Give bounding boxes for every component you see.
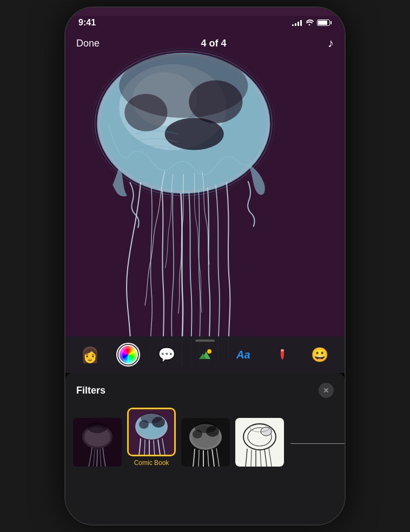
top-nav: Done 4 of 4 ♪ — [65, 31, 345, 55]
filter-thumb-original — [73, 418, 122, 467]
svg-rect-18 — [281, 349, 284, 351]
filter-item-original[interactable] — [73, 418, 122, 467]
music-button[interactable]: ♪ — [328, 36, 334, 50]
svg-point-34 — [195, 422, 216, 433]
signal-icon — [292, 19, 302, 26]
filter-thumb-comic — [127, 408, 176, 456]
text-button[interactable]: Aa — [232, 343, 255, 367]
svg-point-15 — [207, 349, 211, 354]
filter-item-sketch[interactable] — [235, 418, 284, 467]
avatar-button[interactable]: 👩 — [78, 343, 102, 367]
photo-counter: 4 of 4 — [201, 38, 227, 49]
mountain-icon — [197, 348, 213, 361]
battery-icon — [317, 19, 332, 26]
phone-frame: 9:41 Done — [64, 6, 346, 526]
filter-item-noir[interactable] — [181, 418, 230, 467]
main-photo[interactable] — [65, 8, 345, 373]
status-bar: 9:41 — [65, 8, 345, 31]
drag-handle — [195, 340, 215, 342]
svg-point-38 — [261, 427, 272, 436]
filter-label-comic: Comic Book — [134, 459, 169, 467]
filters-header: Filters ✕ — [65, 373, 345, 403]
svg-point-8 — [165, 118, 224, 150]
status-icons — [292, 18, 332, 27]
callout-annotation — [343, 422, 345, 465]
speech-bubble-button[interactable]: 💬 — [155, 343, 178, 367]
svg-point-10 — [119, 54, 248, 118]
svg-point-22 — [88, 422, 107, 433]
filters-close-button[interactable]: ✕ — [319, 383, 334, 398]
close-icon: ✕ — [323, 386, 329, 395]
svg-rect-35 — [235, 418, 284, 467]
filter-list: Comic Book — [65, 403, 345, 471]
filters-title: Filters — [76, 385, 105, 396]
speech-bubble-icon: 💬 — [158, 347, 175, 363]
svg-marker-17 — [281, 357, 284, 360]
color-wheel-icon — [118, 345, 138, 364]
wifi-icon — [305, 18, 314, 27]
filter-thumb-sketch — [235, 418, 284, 467]
color-wheel-button[interactable] — [116, 343, 140, 367]
editing-toolbar: 👩 💬 Aa — [65, 336, 345, 373]
filter-thumb-noir — [181, 418, 230, 467]
filters-panel: Filters ✕ — [65, 373, 345, 524]
pen-icon — [275, 348, 289, 362]
emoji-button[interactable]: 😀 — [308, 343, 332, 367]
svg-point-28 — [141, 413, 162, 423]
sticker-button[interactable] — [193, 343, 217, 367]
status-time: 9:41 — [78, 18, 96, 28]
text-icon: Aa — [236, 349, 250, 361]
emoji-icon: 😀 — [311, 347, 328, 363]
done-button[interactable]: Done — [76, 38, 100, 49]
avatar-icon: 👩 — [81, 346, 100, 364]
draw-button[interactable] — [270, 343, 294, 367]
filter-item-comic-book[interactable]: Comic Book — [127, 408, 176, 467]
